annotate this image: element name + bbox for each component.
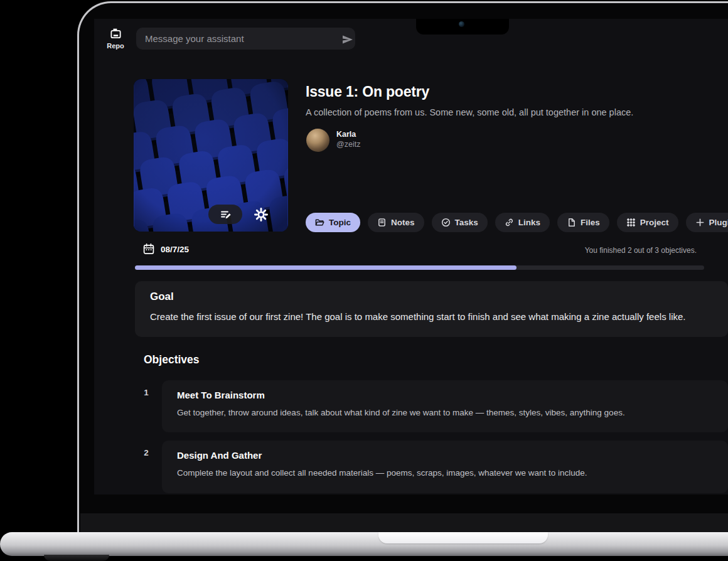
assistant-message-input[interactable] xyxy=(136,28,355,50)
app-window: Repo xyxy=(94,19,728,494)
settings-button[interactable] xyxy=(252,205,270,224)
file-icon xyxy=(567,218,576,227)
tab-project[interactable]: Project xyxy=(617,213,678,232)
author-handle: @zeitz xyxy=(336,140,360,149)
compose-icon xyxy=(220,209,232,220)
date-value: 08/7/25 xyxy=(161,245,189,254)
camera-notch xyxy=(416,19,509,35)
goal-body: Create the first issue of our first zine… xyxy=(150,311,713,322)
progress-bar xyxy=(135,265,704,270)
edit-cover-button[interactable] xyxy=(208,205,242,224)
tab-bar: Topic Notes Tasks Links xyxy=(306,213,728,232)
gear-icon xyxy=(254,208,268,222)
objective-description: Get together, throw around ideas, talk a… xyxy=(177,408,713,417)
objective-card-1[interactable]: Meet To Brainstorm Get together, throw a… xyxy=(162,380,728,432)
avatar xyxy=(306,129,329,152)
cover-image-theater-seats xyxy=(134,79,288,232)
objective-title: Design And Gather xyxy=(177,450,713,461)
tab-notes[interactable]: Notes xyxy=(368,213,424,232)
repo-label: Repo xyxy=(100,42,131,50)
folder-icon xyxy=(315,218,324,227)
webcam-icon xyxy=(459,21,464,27)
send-icon xyxy=(340,32,355,47)
author-name: Karla xyxy=(336,130,356,139)
grid-icon xyxy=(626,218,636,227)
tab-links[interactable]: Links xyxy=(495,213,550,232)
calendar-icon xyxy=(142,243,155,255)
tab-topic[interactable]: Topic xyxy=(306,213,360,232)
tab-tasks[interactable]: Tasks xyxy=(432,213,488,232)
tab-files[interactable]: Files xyxy=(557,213,609,232)
laptop-lid-scoop xyxy=(378,532,548,543)
objective-title: Meet To Brainstorm xyxy=(177,390,713,400)
check-circle-icon xyxy=(441,218,451,227)
page-description: A collection of poems from us. Some new,… xyxy=(306,107,633,117)
repo-icon xyxy=(109,27,122,40)
laptop-foot xyxy=(44,555,109,561)
goal-card: Goal Create the first issue of our first… xyxy=(135,281,728,337)
laptop-scene: Repo xyxy=(0,0,728,561)
progress-bar-fill xyxy=(135,265,517,270)
repo-button[interactable]: Repo xyxy=(100,27,131,50)
date-row: 08/7/25 xyxy=(142,243,189,255)
link-icon xyxy=(505,218,514,227)
send-button[interactable] xyxy=(340,32,355,47)
laptop-base xyxy=(0,532,728,556)
objectives-heading: Objectives xyxy=(144,353,200,366)
laptop-hinge xyxy=(80,513,728,532)
objective-card-2[interactable]: Design And Gather Complete the layout an… xyxy=(162,441,728,493)
plus-icon xyxy=(695,218,705,227)
objective-description: Complete the layout and collect all need… xyxy=(177,468,713,478)
objective-number: 1 xyxy=(140,388,153,397)
note-icon xyxy=(377,218,387,227)
page-title: Issue 1: On poetry xyxy=(306,83,429,100)
tab-plugin[interactable]: Plugin xyxy=(686,213,728,232)
objective-number: 2 xyxy=(140,448,153,457)
progress-status-text: You finished 2 out of 3 objectives. xyxy=(585,246,697,255)
goal-heading: Goal xyxy=(150,291,713,303)
